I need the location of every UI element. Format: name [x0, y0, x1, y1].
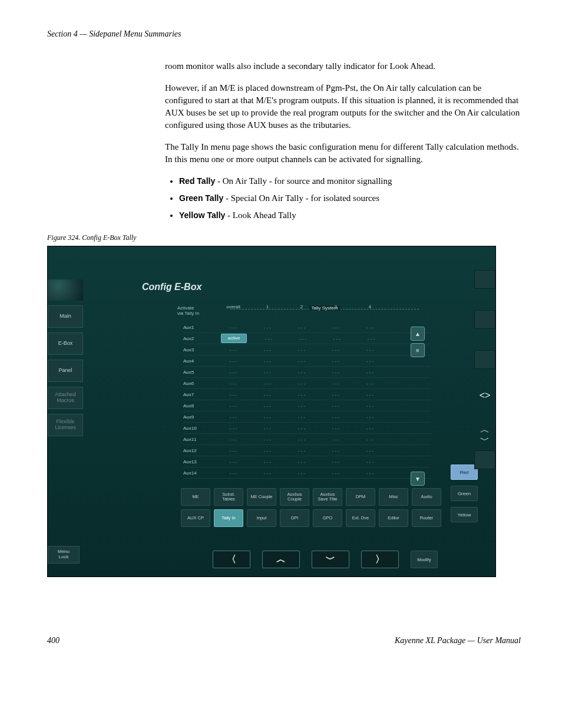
empty-cell[interactable]: - - -: [216, 358, 250, 364]
empty-cell[interactable]: - - -: [250, 437, 285, 442]
grid-button[interactable]: Input: [247, 509, 276, 527]
grid-button[interactable]: ME Couple: [247, 488, 276, 506]
table-row[interactable]: Aux14- - -- - -- - -- - -- - -: [183, 467, 431, 479]
grid-button[interactable]: Ext. Dve: [346, 509, 375, 527]
chevron-down-icon[interactable]: ﹀: [474, 435, 495, 446]
nav-right-button[interactable]: 〉: [361, 551, 399, 568]
empty-cell[interactable]: - - -: [286, 336, 320, 341]
empty-cell[interactable]: - - -: [353, 470, 387, 476]
empty-cell[interactable]: - - -: [216, 426, 250, 431]
chevron-up-icon[interactable]: ︿: [474, 424, 495, 435]
empty-cell[interactable]: - - -: [250, 347, 285, 353]
right-box-5[interactable]: [474, 450, 495, 469]
table-row[interactable]: Aux7- - -- - -- - -- - -- - -: [183, 389, 431, 400]
empty-cell[interactable]: - - -: [353, 426, 387, 431]
empty-cell[interactable]: - - -: [353, 381, 387, 386]
empty-cell[interactable]: - - -: [285, 448, 319, 453]
nav-down-button[interactable]: ﹀: [312, 551, 349, 568]
grid-button[interactable]: Auxbus Save Title: [313, 488, 342, 506]
grid-button[interactable]: DPM: [346, 488, 375, 506]
table-row[interactable]: Aux12- - -- - -- - -- - -- - -: [183, 445, 431, 456]
right-box-2[interactable]: [474, 310, 495, 329]
empty-cell[interactable]: - - -: [285, 470, 319, 476]
grid-button[interactable]: Misc: [379, 488, 408, 506]
grid-button[interactable]: Tally In: [214, 509, 243, 527]
empty-cell[interactable]: - - -: [285, 403, 319, 409]
table-row[interactable]: Aux1- - -- - -- - -- - -- - -: [183, 322, 431, 333]
sidebar-tab[interactable]: Panel: [48, 360, 83, 382]
sidebar-tab[interactable]: Flexible Licenses: [48, 414, 83, 436]
list-menu-button[interactable]: ≡: [411, 343, 425, 357]
empty-cell[interactable]: - - -: [319, 325, 353, 330]
empty-cell[interactable]: - - -: [353, 392, 387, 397]
empty-cell[interactable]: - - -: [319, 370, 353, 375]
empty-cell[interactable]: - - -: [250, 370, 285, 375]
empty-cell[interactable]: - - -: [319, 426, 353, 431]
empty-cell[interactable]: - - -: [319, 347, 353, 353]
empty-cell[interactable]: - - -: [250, 403, 285, 409]
empty-cell[interactable]: - - -: [285, 426, 319, 431]
empty-cell[interactable]: - - -: [353, 347, 387, 353]
empty-cell[interactable]: - - -: [353, 448, 387, 453]
empty-cell[interactable]: - - -: [250, 426, 285, 431]
empty-cell[interactable]: - - -: [250, 459, 285, 465]
empty-cell[interactable]: - - -: [250, 392, 285, 397]
empty-cell[interactable]: - - -: [353, 358, 387, 364]
table-row[interactable]: Aux2active- - -- - -- - -- - -: [183, 333, 431, 344]
empty-cell[interactable]: - - -: [319, 437, 353, 442]
empty-cell[interactable]: - - -: [353, 325, 387, 330]
empty-cell[interactable]: - - -: [319, 403, 353, 409]
scroll-down-button[interactable]: ▼: [411, 472, 425, 486]
empty-cell[interactable]: - - -: [216, 381, 250, 386]
sidebar-tab[interactable]: Main: [48, 305, 83, 328]
empty-cell[interactable]: - - -: [319, 448, 353, 453]
empty-cell[interactable]: - - -: [319, 459, 353, 465]
grid-button[interactable]: Audio: [412, 488, 441, 506]
grid-button[interactable]: ME: [181, 488, 210, 506]
empty-cell[interactable]: - - -: [285, 459, 319, 465]
scroll-up-button[interactable]: ▲: [411, 327, 425, 341]
right-box-1[interactable]: [474, 270, 495, 289]
empty-cell[interactable]: - - -: [216, 392, 250, 397]
empty-cell[interactable]: - - -: [250, 414, 285, 420]
grid-button[interactable]: Auxbus Couple: [280, 488, 309, 506]
empty-cell[interactable]: - - -: [353, 414, 387, 420]
grid-button[interactable]: Editor: [379, 509, 408, 527]
empty-cell[interactable]: - - -: [252, 336, 286, 341]
grid-button[interactable]: AUX CP: [181, 509, 210, 527]
empty-cell[interactable]: - - -: [319, 414, 353, 420]
table-row[interactable]: Aux10- - -- - -- - -- - -- - -: [183, 423, 431, 434]
empty-cell[interactable]: - - -: [319, 392, 353, 397]
empty-cell[interactable]: - - -: [353, 459, 387, 465]
active-cell[interactable]: active: [221, 334, 247, 343]
empty-cell[interactable]: - - -: [353, 437, 387, 442]
empty-cell[interactable]: - - -: [354, 336, 388, 341]
empty-cell[interactable]: - - -: [285, 325, 319, 330]
sidebar-tab[interactable]: Attached Macros: [48, 387, 83, 409]
empty-cell[interactable]: - - -: [216, 403, 250, 409]
empty-cell[interactable]: - - -: [285, 392, 319, 397]
empty-cell[interactable]: - - -: [353, 403, 387, 409]
empty-cell[interactable]: - - -: [216, 470, 250, 476]
table-row[interactable]: Aux5- - -- - -- - -- - -- - -: [183, 367, 431, 378]
grid-button[interactable]: Subst. Tables: [214, 488, 243, 506]
empty-cell[interactable]: - - -: [216, 347, 250, 353]
grid-button[interactable]: GPI: [280, 509, 309, 527]
empty-cell[interactable]: - - -: [250, 381, 285, 386]
empty-cell[interactable]: - - -: [216, 437, 250, 442]
empty-cell[interactable]: - - -: [285, 437, 319, 442]
table-row[interactable]: Aux3- - -- - -- - -- - -- - -: [183, 344, 431, 355]
table-row[interactable]: Aux11- - -- - -- - -- - -- - -: [183, 434, 431, 445]
grid-button[interactable]: Router: [412, 509, 441, 527]
grid-button[interactable]: GPO: [313, 509, 342, 527]
empty-cell[interactable]: - - -: [216, 459, 250, 465]
empty-cell[interactable]: - - -: [285, 358, 319, 364]
empty-cell[interactable]: - - -: [319, 381, 353, 386]
empty-cell[interactable]: - - -: [250, 470, 285, 476]
empty-cell[interactable]: - - -: [250, 358, 285, 364]
empty-cell[interactable]: - - -: [353, 370, 387, 375]
modify-button[interactable]: Modify: [411, 551, 438, 568]
table-row[interactable]: Aux4- - -- - -- - -- - -- - -: [183, 355, 431, 367]
empty-cell[interactable]: - - -: [216, 448, 250, 453]
empty-cell[interactable]: - - -: [250, 325, 285, 330]
